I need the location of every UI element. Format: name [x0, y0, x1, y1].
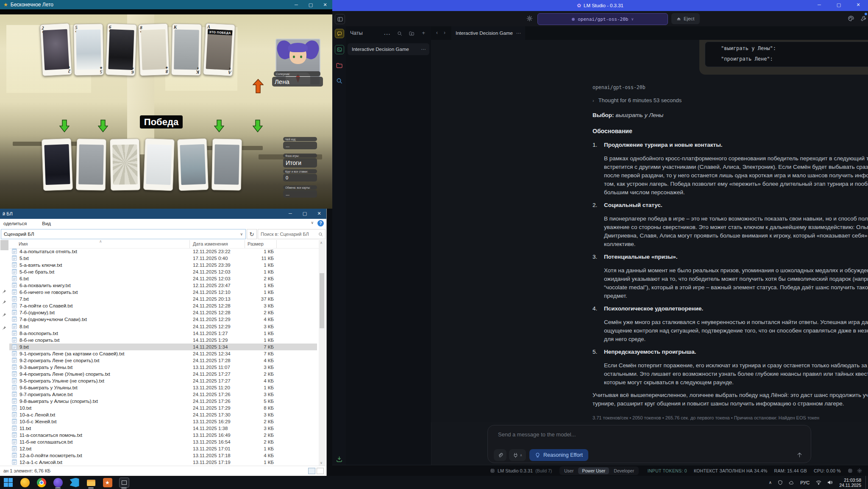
nav-forward-icon[interactable]: › — [444, 30, 445, 36]
tab-menu-icon[interactable]: ⋯ — [516, 30, 521, 36]
chat-tab-icon[interactable] — [335, 29, 344, 38]
mode-power-user[interactable]: Power User — [578, 467, 609, 474]
explorer-titlebar[interactable]: й БЛ ─ ▢ ✕ — [0, 209, 326, 219]
file-row[interactable]: 12-а-0-пойти посмотреть.txt13.11.2025 17… — [9, 452, 317, 459]
lm-maximize-button[interactable]: ▢ — [829, 0, 849, 9]
address-bar[interactable]: Сценарий БЛ ∨ — [1, 229, 246, 239]
file-row[interactable]: 9.txt14.11.2025 1:347 КБ — [9, 344, 317, 350]
tray-app-icon[interactable] — [789, 480, 794, 485]
lm-close-button[interactable]: ✕ — [849, 0, 868, 9]
taskbar-folder-icon[interactable] — [83, 476, 99, 489]
more-options-icon[interactable]: ⋯ — [384, 30, 390, 38]
opponent-card[interactable]: К♦К♦ — [171, 23, 202, 75]
sidebar-collapse-icon[interactable] — [335, 14, 345, 24]
scrollbar-thumb[interactable] — [320, 273, 324, 328]
pin-icon[interactable] — [2, 289, 6, 294]
taskbar-appwindow-icon[interactable] — [116, 476, 132, 489]
player-card[interactable] — [42, 138, 73, 191]
player-card[interactable] — [143, 138, 175, 191]
file-row[interactable]: 8.txt24.11.2025 12:293 КБ — [9, 323, 317, 330]
downloads-icon[interactable] — [335, 455, 343, 463]
hidden-icons-chevron-icon[interactable]: ∧ — [769, 480, 772, 485]
file-row[interactable]: 7-б-(одному).txt24.11.2025 12:282 КБ — [9, 309, 317, 316]
file-row[interactable]: 11.txt14.11.2025 1:383 КБ — [9, 425, 317, 432]
file-row[interactable]: 9-2-проиграть Лене (не спорить).txt24.11… — [9, 357, 317, 364]
file-row[interactable]: 8-а-поспорить.txt14.11.2025 1:271 КБ — [9, 330, 317, 337]
pin-icon[interactable] — [2, 326, 6, 330]
column-header-date[interactable]: Дата изменения — [193, 241, 228, 246]
details-view-icon[interactable] — [308, 468, 315, 474]
new-folder-icon[interactable] — [409, 31, 414, 36]
game-maximize-button[interactable]: ▢ — [303, 0, 318, 9]
chat-item-menu-icon[interactable]: ⋯ — [421, 46, 426, 52]
search-chats-icon[interactable] — [397, 31, 402, 36]
explorer-scrollbar[interactable]: ∧ ∨ — [319, 240, 325, 466]
help-icon[interactable]: ? — [317, 220, 324, 226]
nav-back-icon[interactable]: ‹ — [436, 30, 438, 36]
ribbon-tab-view[interactable]: Вид — [42, 221, 51, 226]
pin-icon[interactable] — [2, 300, 6, 305]
file-row[interactable]: 7.txt24.11.2025 20:1337 КБ — [9, 296, 317, 302]
taskbar-lmstudio-icon[interactable] — [50, 476, 66, 489]
opponent-card[interactable]: 6♠6♠ — [106, 23, 137, 76]
my-models-folder-icon[interactable] — [335, 61, 343, 70]
model-selector[interactable]: openai/gpt-oss-20b ∨ — [537, 13, 668, 25]
file-row[interactable]: 9-6-выиграть у Ульяны.txt13.11.2025 11:2… — [9, 384, 317, 391]
lm-minimize-button[interactable]: ─ — [810, 0, 829, 9]
file-row[interactable]: 8-б-не спорить.txt14.11.2025 1:291 КБ — [9, 337, 317, 344]
game-close-button[interactable]: ✕ — [318, 0, 332, 9]
new-chat-icon[interactable]: + — [422, 30, 425, 36]
file-row[interactable]: 6.txt24.11.2025 12:032 КБ — [9, 275, 317, 282]
opponent-card[interactable]: 8♣8♣ — [138, 23, 170, 76]
tray-app-icon[interactable] — [778, 480, 783, 485]
mode-user[interactable]: User — [560, 467, 577, 474]
file-row[interactable]: 10.txt24.11.2025 17:298 КБ — [9, 405, 317, 411]
taskbar-weather-icon[interactable] — [17, 476, 33, 489]
send-button[interactable] — [794, 449, 805, 460]
active-chat-tab[interactable]: Interactive Decision Game ⋯ — [451, 26, 525, 41]
player-card[interactable] — [177, 138, 209, 191]
opponent-card[interactable]: ЭТО ПОБЕДАА♠А♠ — [203, 23, 235, 76]
file-row[interactable]: 5-б-не брать.txt24.11.2025 12:031 КБ — [9, 268, 317, 275]
file-row[interactable]: 9-3-выиграть у Лены.txt13.11.2025 11:073… — [9, 364, 317, 371]
network-icon[interactable] — [816, 480, 821, 485]
game-scene[interactable]: 2♠2♠5♣5♣6♠6♠8♣8♣К♦К♦ЭТО ПОБЕДАА♠А♠ Сопер… — [0, 14, 332, 209]
file-row[interactable]: 12-а-1-с Алисой.txt13.11.2025 17:191 КБ — [9, 459, 317, 466]
settings-wrench-icon[interactable] — [860, 15, 867, 22]
column-header-name[interactable]: Имя — [19, 241, 28, 246]
file-row[interactable]: 9-5-проиграть Ульяне (не спорить).txt24.… — [9, 377, 317, 384]
discover-search-icon[interactable] — [335, 76, 343, 85]
explorer-close-button[interactable]: ✕ — [312, 209, 326, 218]
game-minimize-button[interactable]: ─ — [289, 0, 303, 9]
file-row[interactable]: 7-а-пойти со Славей.txt24.11.2025 12:283… — [9, 302, 317, 309]
file-row[interactable]: 7-в-(одному+ключи Слави).txt24.11.2025 1… — [9, 316, 317, 323]
file-row[interactable]: 4-а-попытаться отнять.txt12.11.2025 23:2… — [9, 248, 317, 255]
explorer-minimize-button[interactable]: ─ — [283, 209, 298, 218]
plugins-button[interactable]: ∧ — [509, 449, 526, 461]
language-indicator[interactable]: РУС — [800, 480, 810, 485]
scroll-down-icon[interactable]: ∨ — [320, 461, 323, 465]
clock[interactable]: 21:03:58 24.11.2025 — [839, 478, 861, 488]
file-row[interactable]: 11-а-согласиться помочь.txt13.11.2025 16… — [9, 432, 317, 439]
thinking-summary[interactable]: › Thought for 6 minutes 53 seconds — [593, 96, 868, 105]
show-desktop-button[interactable] — [865, 476, 868, 489]
player-card[interactable] — [76, 138, 106, 190]
file-row[interactable]: 5-а-взять ключи.txt12.11.2025 23:391 КБ — [9, 262, 317, 268]
theme-palette-icon[interactable] — [848, 15, 854, 22]
mode-developer[interactable]: Developer — [610, 467, 638, 474]
file-row[interactable]: 6-б-ничего не говорить.txt24.11.2025 12:… — [9, 289, 317, 296]
column-header-size[interactable]: Размер — [248, 241, 264, 246]
scroll-up-icon[interactable]: ∧ — [320, 241, 323, 245]
model-settings-gear-icon[interactable] — [526, 15, 533, 22]
file-row[interactable]: 9-7-проиграть Алисе.txt24.11.2025 17:263… — [9, 391, 317, 398]
volume-icon[interactable] — [827, 480, 833, 485]
taskbar-game-icon[interactable]: ★ — [99, 476, 116, 489]
address-dropdown-icon[interactable]: ∨ — [240, 232, 243, 236]
explorer-maximize-button[interactable]: ▢ — [298, 209, 312, 218]
ribbon-collapse-icon[interactable]: ∨ — [311, 221, 314, 225]
eject-model-button[interactable]: Eject — [671, 13, 700, 24]
file-row[interactable]: 9-8-выиграть у Алисы (спорить).txt24.11.… — [9, 398, 317, 405]
pin-icon[interactable] — [2, 313, 6, 317]
game-titlebar[interactable]: ★ Бесконечное Лето ─ ▢ ✕ — [0, 0, 332, 9]
opponent-card[interactable]: 2♠2♠ — [40, 23, 72, 76]
